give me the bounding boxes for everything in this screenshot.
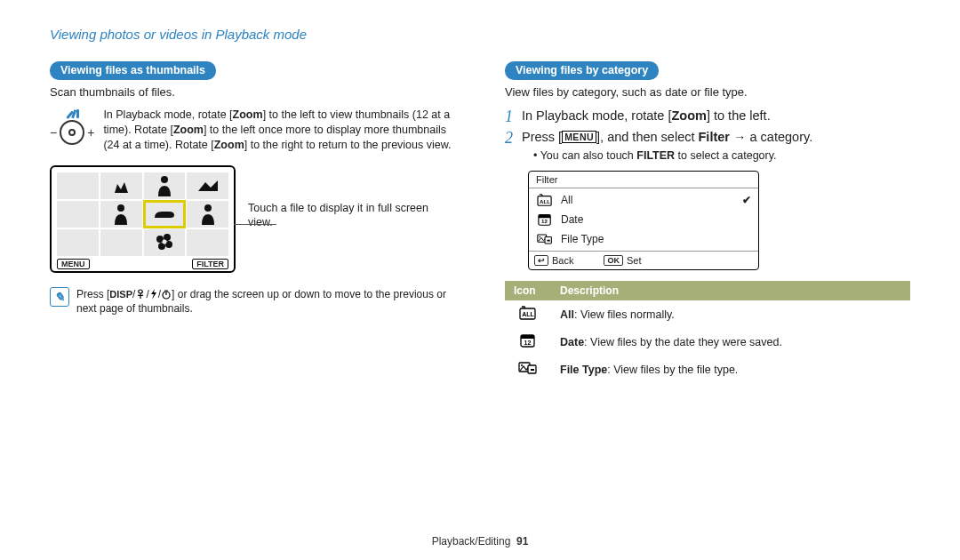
step-1: 1 In Playback mode, rotate [Zoom] to the… [505,108,910,125]
right-column: Viewing files by category View files by … [505,61,910,383]
check-icon: ✔ [742,194,751,206]
svg-rect-20 [521,335,534,339]
all-icon: ALL [505,300,551,328]
section-heading-category: Viewing files by category [505,61,659,80]
svg-point-23 [521,364,523,366]
category-intro: View files by category, such as date or … [505,85,910,99]
table-row: 12 Date: View files by the date they wer… [505,328,910,356]
svg-point-7 [162,239,166,244]
table-row: ALL All: View files normally. [505,300,910,328]
section-heading-thumbnails: Viewing files as thumbnails [50,61,216,80]
table-row: File Type: View files by the file type. [505,356,910,383]
table-header-icon: Icon [505,281,551,300]
chapter-title: Viewing photos or videos in Playback mod… [50,27,910,42]
table-header-desc: Description [551,281,910,300]
filter-menu-mock: Filter ALL All ✔ 12 Date File Type [528,171,759,270]
svg-text:ALL: ALL [540,198,550,204]
thumbnail-callout: Touch a file to display it in full scree… [248,165,455,230]
screen-menu-button: MENU [57,259,90,269]
filetype-icon [505,356,551,383]
timer-icon [161,289,172,300]
filter-item-all: ALL All ✔ [534,190,753,210]
thumbnail-screen-mock: MENU FILTER [50,165,236,273]
filter-item-filetype: File Type [534,229,753,249]
page-footer: Playback/Editing 91 [0,535,960,548]
filter-description-table: Icon Description ALL All: View files nor… [505,281,910,383]
ok-key-icon: OK [604,255,623,266]
zoom-dial-icon: −+ [50,108,94,145]
menu-set-button: OKSet [604,255,641,266]
date-icon: 12 [536,212,554,227]
menu-back-button: ↩Back [534,255,573,266]
date-icon: 12 [505,328,551,356]
manual-page: Viewing photos or videos in Playback mod… [0,0,960,560]
svg-text:12: 12 [524,340,532,346]
svg-text:12: 12 [541,219,548,225]
svg-point-0 [161,176,168,183]
svg-text:ALL: ALL [522,311,534,317]
filetype-icon [536,232,554,246]
back-key-icon: ↩ [534,255,548,266]
zoom-instruction: In Playback mode, rotate [Zoom] to the l… [103,108,455,153]
thumbnails-intro: Scan thumbnails of files. [50,85,455,99]
left-column: Viewing files as thumbnails Scan thumbna… [50,61,455,383]
step-2: 2 Press [MENU], and then select Filter →… [505,129,910,147]
svg-point-15 [539,236,540,238]
screen-filter-button: FILTER [192,259,228,269]
note-icon: ✎ [50,287,69,307]
macro-icon [135,289,146,300]
svg-point-1 [117,204,124,212]
filter-menu-title: Filter [529,172,758,188]
filter-item-date: 12 Date [534,210,753,229]
all-icon: ALL [536,193,554,207]
svg-point-2 [204,204,212,212]
step-2-bullet: You can also touch FILTER to select a ca… [533,149,910,162]
menu-key-icon: MENU [562,131,596,143]
flash-icon [149,289,158,300]
note-text: Press [DISP///] or drag the screen up or… [76,287,455,316]
